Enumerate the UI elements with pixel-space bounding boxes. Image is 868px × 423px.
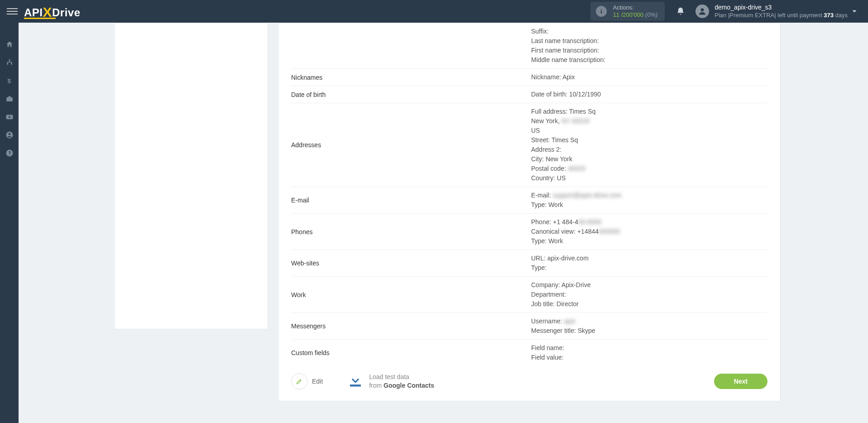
user-block: demo_apix-drive_s3 Plan |Premium EXTRA| … xyxy=(715,3,848,19)
actions-text: Actions: 11 /200'000 (0%) xyxy=(613,4,658,18)
field-value: Company: Apix-DriveDepartment:Job title:… xyxy=(531,280,767,309)
table-row: WorkCompany: Apix-DriveDepartment:Job ti… xyxy=(291,277,767,313)
svg-rect-4 xyxy=(7,63,8,65)
field-value: Nickname: Apix xyxy=(531,72,767,82)
field-label: Messengers xyxy=(291,322,531,330)
field-value: Suffix:Last name transcription:First nam… xyxy=(531,27,767,65)
field-value: Date of birth: 10/12/1990 xyxy=(531,90,767,99)
field-value: E-mail: support@apix-drive.comType: Work xyxy=(531,191,767,210)
sidebar-item-account[interactable] xyxy=(0,126,19,144)
main-content: Suffix:Last name transcription:First nam… xyxy=(19,23,868,423)
field-label: Custom fields xyxy=(291,349,531,356)
svg-rect-8 xyxy=(8,96,11,97)
table-row: Web-sitesURL: apix-drive.comType: xyxy=(291,250,767,277)
logo-text-x: X xyxy=(43,5,53,19)
plan-line: Plan |Premium EXTRA| left until payment … xyxy=(715,12,848,19)
svg-rect-7 xyxy=(6,97,13,101)
logo-text-2: Drive xyxy=(52,6,81,19)
field-label: Web-sites xyxy=(291,260,531,267)
sidebar: $ ? xyxy=(0,23,19,423)
svg-point-0 xyxy=(600,9,601,10)
field-label: Work xyxy=(291,291,531,298)
svg-rect-1 xyxy=(600,11,601,14)
field-label: Date of birth xyxy=(291,91,531,98)
data-panel: Suffix:Last name transcription:First nam… xyxy=(278,23,781,401)
table-row: NicknamesNickname: Apix xyxy=(291,69,767,86)
svg-point-11 xyxy=(8,133,10,135)
next-button[interactable]: Next xyxy=(714,374,767,389)
table-row: AddressesFull address: Times SqNew York,… xyxy=(291,103,767,187)
field-label: Nicknames xyxy=(291,74,531,81)
table-row: Suffix:Last name transcription:First nam… xyxy=(291,23,767,69)
download-icon xyxy=(347,372,364,390)
actions-counter[interactable]: Actions: 11 /200'000 (0%) xyxy=(590,2,665,21)
table-row: PhonesPhone: +1 484-400-0000Canonical vi… xyxy=(291,214,767,250)
field-value: Full address: Times SqNew York, NY 40020… xyxy=(531,107,767,183)
field-label: E-mail xyxy=(291,197,531,204)
field-label: Phones xyxy=(291,228,531,236)
svg-text:$: $ xyxy=(7,77,11,84)
top-header: APIXDrive Actions: 11 /200'000 (0%) demo… xyxy=(0,0,868,23)
table-row: E-mailE-mail: support@apix-drive.comType… xyxy=(291,187,767,214)
load-test-data-label: Load test data from Google Contacts xyxy=(369,373,434,389)
pencil-icon xyxy=(291,373,307,389)
svg-text:?: ? xyxy=(8,150,11,156)
sidebar-item-help[interactable]: ? xyxy=(0,144,19,162)
field-value: URL: apix-drive.comType: xyxy=(531,254,767,273)
info-icon xyxy=(596,6,607,17)
logo[interactable]: APIXDrive xyxy=(24,4,81,19)
avatar[interactable] xyxy=(695,5,709,18)
username: demo_apix-drive_s3 xyxy=(715,3,848,11)
menu-toggle-icon[interactable] xyxy=(7,6,18,17)
svg-rect-3 xyxy=(9,59,10,61)
svg-point-2 xyxy=(701,8,704,11)
field-value: Username: apixMessenger title: Skype xyxy=(531,317,767,336)
sidebar-item-briefcase[interactable] xyxy=(0,90,19,108)
load-test-data-button[interactable]: Load test data from Google Contacts xyxy=(347,372,434,390)
user-menu-chevron-down-icon[interactable] xyxy=(848,5,861,18)
table-row: MessengersUsername: apixMessenger title:… xyxy=(291,313,767,340)
svg-rect-5 xyxy=(11,63,12,65)
panel-actions: Edit Load test data from Google Contacts… xyxy=(291,372,767,390)
sidebar-item-billing[interactable]: $ xyxy=(0,72,19,90)
sidebar-item-connections[interactable] xyxy=(0,53,19,72)
notifications-icon[interactable] xyxy=(674,5,687,18)
field-value: Phone: +1 484-400-0000Canonical view: +1… xyxy=(531,217,767,246)
logo-text-1: API xyxy=(24,6,43,19)
field-label: Addresses xyxy=(291,141,531,149)
sidebar-item-video[interactable] xyxy=(0,108,19,126)
field-value: Field name:Field value: xyxy=(531,343,767,362)
edit-button[interactable]: Edit xyxy=(291,373,323,389)
table-row: Date of birthDate of birth: 10/12/1990 xyxy=(291,86,767,103)
table-row: Custom fieldsField name:Field value: xyxy=(291,340,767,366)
edit-label: Edit xyxy=(312,378,323,385)
left-panel xyxy=(114,23,268,329)
sidebar-item-home[interactable] xyxy=(0,35,19,53)
